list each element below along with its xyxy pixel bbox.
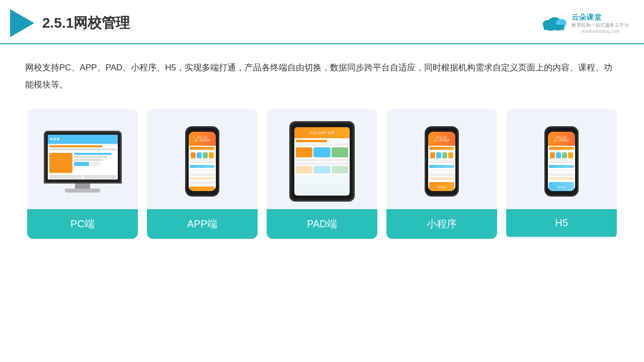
cloud-icon <box>539 14 570 32</box>
card-h5-image: 职达人的第一堂判题课 <box>506 109 617 209</box>
app-phone-screen: 职达人的第一堂判题课 <box>189 132 216 191</box>
card-miniprogram-label: 小程序 <box>386 209 497 239</box>
description-text: 网校支持PC、APP、PAD、小程序、H5，实现多端打通，产品各终端自由切换，数… <box>25 59 619 94</box>
card-miniprogram: 职达人的第一堂判题课 <box>386 109 497 239</box>
card-pad-image: 职达人的第一堂课 <box>267 109 377 209</box>
card-pc-label: PC端 <box>27 209 138 239</box>
h5-phone-screen: 职达人的第一堂判题课 <box>548 132 575 191</box>
header-right: 云朵课堂 教育机构一站式服务云平台 yunduoketang.com <box>539 13 629 34</box>
h5-notch <box>555 128 568 132</box>
h5-phone-outer: 职达人的第一堂判题课 <box>544 126 579 197</box>
h5-phone-mockup: 职达人的第一堂判题课 <box>544 126 579 197</box>
miniprogram-screen-text: 职达人的第一堂判题课 <box>433 135 450 143</box>
phone-notch <box>196 128 208 132</box>
card-app-label: APP端 <box>147 209 258 239</box>
logo-triangle <box>10 9 34 37</box>
card-h5-label: H5 <box>506 209 617 237</box>
pc-mockup <box>44 131 122 193</box>
card-pc-image <box>27 109 138 209</box>
tablet-outer: 职达人的第一堂课 <box>289 121 355 202</box>
pc-screen-outer <box>44 131 122 184</box>
cloud-icon-wrap: 云朵课堂 教育机构一站式服务云平台 yunduoketang.com <box>539 13 629 34</box>
main-content: 网校支持PC、APP、PAD、小程序、H5，实现多端打通，产品各终端自由切换，数… <box>0 44 644 249</box>
miniprogram-phone-mockup: 职达人的第一堂判题课 <box>425 126 459 197</box>
brand-name: 云朵课堂 教育机构一站式服务云平台 yunduoketang.com <box>572 13 629 34</box>
miniprogram-phone-outer: 职达人的第一堂判题课 <box>425 126 459 197</box>
svg-rect-5 <box>544 25 565 30</box>
page-title: 2.5.1网校管理 <box>42 14 130 33</box>
tablet-screen: 职达人的第一堂课 <box>294 127 350 196</box>
card-miniprogram-image: 职达人的第一堂判题课 <box>386 109 497 209</box>
h5-screen-text: 职达人的第一堂判题课 <box>553 135 570 143</box>
card-pad-label: PAD端 <box>267 209 377 239</box>
tablet-mockup: 职达人的第一堂课 <box>289 121 355 202</box>
card-app: 职达人的第一堂判题课 <box>147 109 258 239</box>
miniprogram-notch <box>436 128 448 132</box>
app-phone-outer: 职达人的第一堂判题课 <box>185 126 219 197</box>
miniprogram-phone-screen: 职达人的第一堂判题课 <box>428 132 455 191</box>
card-app-image: 职达人的第一堂判题课 <box>147 109 258 209</box>
app-phone-mockup: 职达人的第一堂判题课 <box>185 126 219 197</box>
card-pc: PC端 <box>27 109 138 239</box>
cloud-logo: 云朵课堂 教育机构一站式服务云平台 yunduoketang.com <box>539 13 629 34</box>
header-left: 2.5.1网校管理 <box>10 9 130 37</box>
card-h5: 职达人的第一堂判题课 <box>506 109 617 239</box>
app-screen-text: 职达人的第一堂判题课 <box>194 135 211 143</box>
card-pad: 职达人的第一堂课 <box>267 109 377 239</box>
pc-screen-content <box>48 135 118 179</box>
header: 2.5.1网校管理 云朵课堂 教育机构一站式服务云平台 yunduoketang… <box>0 0 644 44</box>
cards-container: PC端 职达人的第一堂判题课 <box>25 109 619 239</box>
